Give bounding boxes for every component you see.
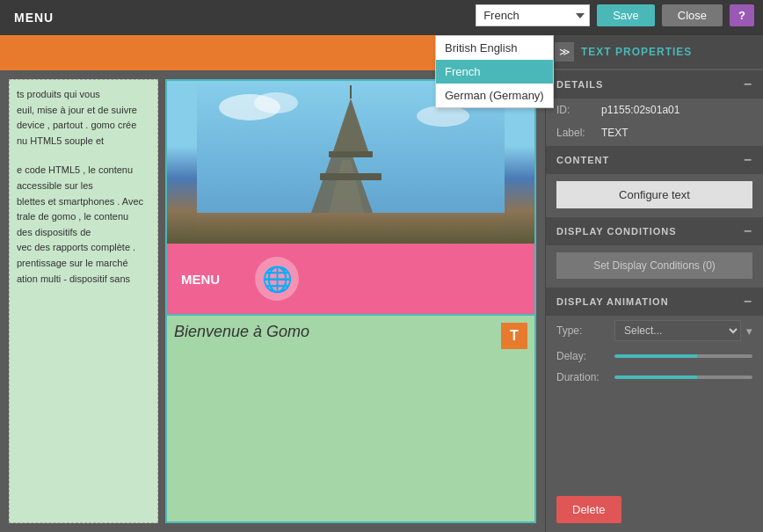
collapse-panel-button[interactable]: ≫ bbox=[555, 42, 574, 62]
delay-row: Delay: bbox=[546, 346, 763, 367]
content-label: CONTENT bbox=[556, 155, 609, 165]
save-button[interactable]: Save bbox=[597, 4, 655, 26]
right-panel: ≫ TEXT PROPERTIES DETAILS − ID: p1155:02… bbox=[545, 35, 763, 532]
header: MENU British English French German (Germ… bbox=[0, 0, 763, 35]
delay-slider[interactable] bbox=[614, 354, 752, 358]
delete-button[interactable]: Delete bbox=[556, 496, 621, 523]
svg-point-10 bbox=[417, 106, 469, 127]
chevron-down-icon-anim: ▾ bbox=[746, 324, 752, 338]
display-animation-label: DISPLAY ANIMATION bbox=[556, 296, 669, 307]
display-conditions-collapse-icon[interactable]: − bbox=[744, 223, 752, 239]
label-label: Label: bbox=[556, 127, 596, 139]
right-content-panel: MENU 🌐 Bienvenue à Gomo T bbox=[165, 79, 536, 523]
language-select[interactable]: British English French German (Germany) bbox=[476, 4, 590, 26]
close-button[interactable]: Close bbox=[662, 4, 723, 26]
duration-row: Duration: bbox=[546, 367, 763, 388]
svg-rect-4 bbox=[320, 173, 382, 180]
duration-label: Duration: bbox=[556, 371, 609, 383]
details-label: DETAILS bbox=[556, 79, 603, 90]
label-value: TEXT bbox=[601, 127, 629, 139]
content-section-header: CONTENT − bbox=[546, 146, 763, 174]
language-selector-wrapper: British English French German (Germany) bbox=[476, 4, 590, 26]
bottom-green-section: Bienvenue à Gomo T bbox=[167, 314, 534, 521]
language-dropdown: British English French German (Germany) bbox=[435, 35, 554, 108]
id-label: ID: bbox=[556, 104, 596, 116]
type-select[interactable]: Select... bbox=[614, 320, 741, 341]
left-text-panel: ts produits qui vouseuil, mise à jour et… bbox=[9, 79, 158, 523]
help-button[interactable]: ? bbox=[730, 4, 754, 26]
panel-title: TEXT PROPERTIES bbox=[581, 46, 692, 58]
dropdown-item-french[interactable]: French bbox=[436, 60, 553, 84]
svg-point-9 bbox=[254, 92, 298, 113]
menu-bar: MENU 🌐 bbox=[167, 244, 534, 314]
display-animation-section-header: DISPLAY ANIMATION − bbox=[546, 288, 763, 316]
duration-slider[interactable] bbox=[614, 375, 752, 379]
display-conditions-label: DISPLAY CONDITIONS bbox=[556, 226, 677, 237]
set-display-conditions-button[interactable]: Set Display Conditions (0) bbox=[556, 252, 752, 279]
left-text-bottom: e code HTML5 , le contenuaccessible sur … bbox=[17, 163, 150, 287]
globe-icon: 🌐 bbox=[255, 257, 299, 301]
content-collapse-icon[interactable]: − bbox=[744, 152, 752, 168]
delete-section: Delete bbox=[546, 478, 763, 532]
id-row: ID: p1155:02s01a01 bbox=[546, 98, 763, 121]
svg-rect-5 bbox=[329, 151, 373, 157]
content-canvas: ts produits qui vouseuil, mise à jour et… bbox=[0, 70, 545, 532]
id-value: p1155:02s01a01 bbox=[601, 104, 679, 116]
delay-label: Delay: bbox=[556, 350, 609, 362]
header-controls: British English French German (Germany) … bbox=[476, 4, 754, 26]
type-label: Type: bbox=[556, 324, 609, 337]
panel-header: ≫ TEXT PROPERTIES bbox=[546, 35, 763, 69]
t-icon: T bbox=[501, 323, 527, 349]
label-row: Label: TEXT bbox=[546, 121, 763, 144]
details-collapse-icon[interactable]: − bbox=[744, 77, 752, 92]
bienvenue-text: Bienvenue à Gomo bbox=[174, 323, 309, 341]
configure-text-button[interactable]: Configure text bbox=[556, 181, 752, 208]
menu-bar-text: MENU bbox=[181, 272, 220, 287]
svg-rect-1 bbox=[197, 213, 505, 244]
dropdown-item-british-english[interactable]: British English bbox=[436, 36, 553, 60]
display-animation-collapse-icon[interactable]: − bbox=[744, 294, 752, 310]
left-text-top: ts produits qui vouseuil, mise à jour et… bbox=[17, 87, 150, 149]
display-conditions-section-header: DISPLAY CONDITIONS − bbox=[546, 217, 763, 245]
details-section-header: DETAILS − bbox=[546, 70, 763, 98]
type-row: Type: Select... ▾ bbox=[546, 316, 763, 346]
dropdown-item-german[interactable]: German (Germany) bbox=[436, 84, 553, 107]
main-layout: 1/2 ts produits qui vouseuil, mise à jou… bbox=[0, 35, 763, 532]
canvas-area: 1/2 ts produits qui vouseuil, mise à jou… bbox=[0, 35, 545, 532]
menu-title: MENU bbox=[14, 11, 54, 25]
